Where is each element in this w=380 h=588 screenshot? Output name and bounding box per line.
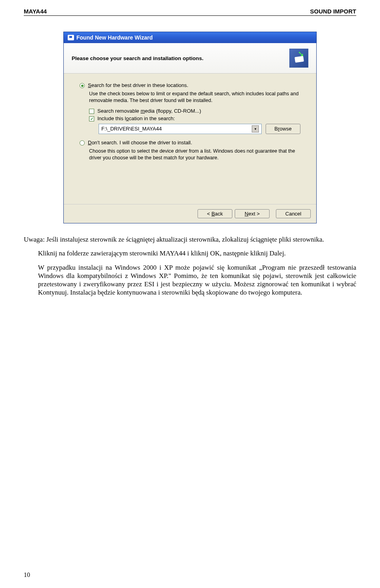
option-dont-search-label: Don't search. I will choose the driver t… [88,140,192,146]
driver-path-combobox[interactable]: F:\_DRIVER\ESI_MAYA44 ▾ [99,124,262,134]
checkbox-on-icon: ✓ [89,116,94,121]
wizard-body: Search for the best driver in these loca… [64,74,316,204]
option-search-label: Search for the best driver in these loca… [88,82,188,88]
cancel-button[interactable]: Cancel [276,209,311,218]
back-button[interactable]: < Back [198,209,232,218]
wizard-button-row: < Back Next > Cancel [64,204,316,223]
radio-off-icon [80,140,85,146]
found-new-hardware-wizard: Found New Hardware Wizard Please choose … [63,32,317,223]
wizard-titlebar: Found New Hardware Wizard [64,32,316,43]
wizard-title: Found New Hardware Wizard [76,34,153,41]
paragraph-windows-warning: W przypadku instalacji na Windows 2000 i… [38,263,356,297]
checkbox-removable-media-label: Search removable media (floppy, CD-ROM..… [97,108,201,114]
driver-path-value: F:\_DRIVER\ESI_MAYA44 [101,126,162,132]
page-number: 10 [24,571,30,579]
header-left: MAYA44 [24,8,47,15]
next-button[interactable]: Next > [235,209,270,218]
browse-button[interactable]: Browse [266,124,300,134]
option-search-desc: Use the check boxes below to limit or ex… [89,91,300,104]
wizard-title-icon [68,35,74,40]
option-search-best-driver[interactable]: Search for the best driver in these loca… [80,82,300,88]
checkbox-include-location-label: Include this location in the search: [97,115,175,121]
paragraph-note: Uwaga: Jeśli instalujesz sterownik ze śc… [24,235,356,244]
page-header: MAYA44 SOUND IMPORT [24,8,356,16]
chevron-down-icon[interactable]: ▾ [252,125,259,132]
wizard-subheader: Please choose your search and installati… [64,43,316,74]
radio-on-icon [80,83,85,88]
checkbox-include-location[interactable]: ✓ Include this location in the search: [89,115,300,121]
paragraph-click-folder: Kliknij na folderze zawierającym sterown… [38,249,356,257]
header-right: SOUND IMPORT [310,8,356,15]
checkbox-removable-media[interactable]: Search removable media (floppy, CD-ROM..… [89,108,300,114]
checkbox-off-icon [89,109,94,114]
hardware-icon [289,49,308,68]
option-dont-search[interactable]: Don't search. I will choose the driver t… [80,140,300,146]
option-dont-search-desc: Choose this option to select the device … [89,148,300,161]
wizard-subtitle: Please choose your search and installati… [72,55,203,61]
